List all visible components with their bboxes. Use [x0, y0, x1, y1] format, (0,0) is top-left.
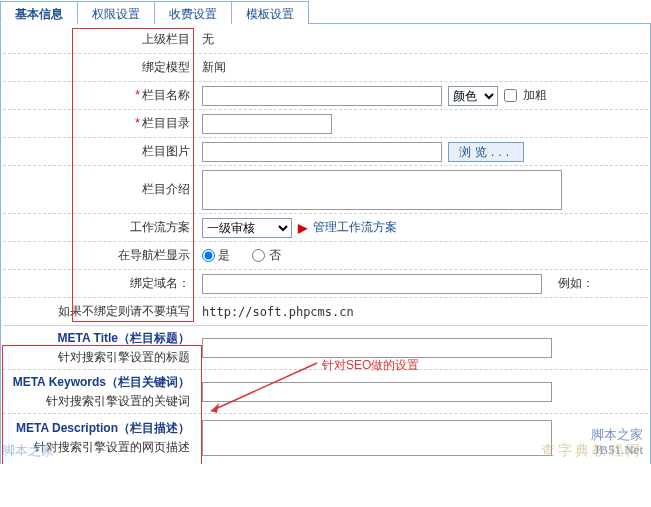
- label-column-intro: 栏目介绍: [3, 181, 198, 198]
- watermark-left-faint: 脚本之家: [2, 442, 54, 460]
- label-meta-title: META Title（栏目标题） 针对搜索引擎设置的标题: [3, 330, 198, 366]
- label-bind-domain: 绑定域名：: [3, 275, 198, 292]
- value-bind-model: 新闻: [202, 59, 226, 76]
- label-workflow: 工作流方案: [3, 219, 198, 236]
- label-column-image: 栏目图片: [3, 143, 198, 160]
- checkbox-bold[interactable]: [504, 89, 517, 102]
- browse-button[interactable]: 浏览...: [448, 142, 524, 162]
- label-bind-model: 绑定模型: [3, 59, 198, 76]
- label-parent-column: 上级栏目: [3, 31, 198, 48]
- input-meta-title[interactable]: [202, 338, 552, 358]
- label-column-name: *栏目名称: [3, 87, 198, 104]
- link-manage-workflow[interactable]: 管理工作流方案: [313, 219, 397, 236]
- label-meta-keywords: META Keywords（栏目关键词） 针对搜索引擎设置的关键词: [3, 374, 198, 410]
- input-bind-domain[interactable]: [202, 274, 542, 294]
- annotation-seo-note: 针对SEO做的设置: [322, 357, 419, 374]
- example-url: http://soft.phpcms.cn: [202, 305, 354, 319]
- radio-label-no: 否: [269, 248, 281, 262]
- select-color[interactable]: 颜色: [448, 86, 498, 106]
- input-column-name[interactable]: [202, 86, 442, 106]
- label-domain-tip: 如果不绑定则请不要填写: [3, 303, 198, 320]
- tab-basic[interactable]: 基本信息: [0, 1, 78, 24]
- tab-charge[interactable]: 收费设置: [155, 1, 232, 24]
- textarea-meta-description[interactable]: [202, 420, 552, 456]
- input-column-image[interactable]: [202, 142, 442, 162]
- input-column-dir[interactable]: [202, 114, 332, 134]
- label-column-dir: *栏目目录: [3, 115, 198, 132]
- watermark-right-faint: 查字典教程网: [541, 442, 643, 460]
- tab-bar: 基本信息 权限设置 收费设置 模板设置: [0, 0, 651, 24]
- input-meta-keywords[interactable]: [202, 382, 552, 402]
- radio-label-yes: 是: [218, 248, 230, 262]
- textarea-column-intro[interactable]: [202, 170, 562, 210]
- select-workflow[interactable]: 一级审核: [202, 218, 292, 238]
- label-show-nav: 在导航栏显示: [3, 247, 198, 264]
- radio-nav-yes[interactable]: [202, 249, 215, 262]
- value-parent-column: 无: [202, 31, 214, 48]
- tab-permission[interactable]: 权限设置: [78, 1, 155, 24]
- radio-nav-no[interactable]: [252, 249, 265, 262]
- label-domain-example: 例如：: [558, 275, 594, 292]
- label-bold: 加粗: [523, 87, 547, 104]
- tab-template[interactable]: 模板设置: [232, 1, 309, 24]
- arrow-icon: ▶: [298, 221, 307, 235]
